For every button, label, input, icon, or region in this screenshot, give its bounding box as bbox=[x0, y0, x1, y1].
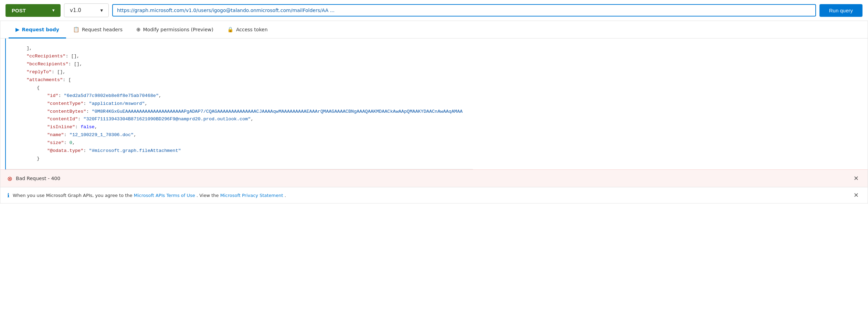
left-border-indicator bbox=[0, 38, 6, 169]
code-line-4: "replyTo": [], bbox=[16, 68, 463, 76]
code-line-7: "id": "6ed2a5d77c9802eb8e8f8e75ab70468e"… bbox=[16, 92, 463, 100]
error-icon: ⊗ bbox=[7, 175, 12, 182]
code-editor[interactable]: ], "ccRecipients": [], "bccRecipients": … bbox=[6, 38, 473, 169]
error-text: Bad Request - 400 bbox=[16, 176, 60, 181]
version-chevron: ▾ bbox=[100, 7, 103, 13]
code-line-6: { bbox=[16, 84, 463, 92]
toolbar: POST ▾ v1.0 ▾ https://graph.microsoft.co… bbox=[0, 0, 868, 21]
info-close-button[interactable]: ✕ bbox=[851, 191, 861, 200]
error-close-button[interactable]: ✕ bbox=[851, 174, 861, 183]
privacy-statement-link[interactable]: Microsoft Privacy Statement bbox=[220, 193, 283, 198]
code-line-5: "attachments": [ bbox=[16, 76, 463, 84]
request-body-icon: ▶ bbox=[15, 26, 20, 33]
method-dropdown[interactable]: POST ▾ bbox=[6, 4, 61, 17]
tab-modify-permissions[interactable]: ⊕ Modify permissions (Preview) bbox=[129, 21, 220, 38]
tab-request-headers[interactable]: 📋 Request headers bbox=[66, 21, 129, 38]
tab-modify-permissions-label: Modify permissions (Preview) bbox=[143, 27, 213, 32]
info-text: When you use Microsoft Graph APIs, you a… bbox=[13, 193, 286, 198]
code-line-8: "contentType": "application/msword", bbox=[16, 100, 463, 108]
url-text: https://graph.microsoft.com/v1.0/users/i… bbox=[117, 8, 335, 13]
modify-permissions-icon: ⊕ bbox=[136, 26, 141, 33]
code-wrapper: ], "ccRecipients": [], "bccRecipients": … bbox=[0, 38, 868, 169]
code-line-15: } bbox=[16, 155, 463, 163]
code-line-1: ], bbox=[16, 45, 463, 53]
info-text-after: . bbox=[285, 193, 286, 198]
tab-request-body[interactable]: ▶ Request body bbox=[9, 21, 66, 38]
info-icon: ℹ bbox=[7, 192, 9, 199]
info-text-middle: . View the bbox=[197, 193, 220, 198]
code-line-13: "size": 0, bbox=[16, 139, 463, 147]
info-bar: ℹ When you use Microsoft Graph APIs, you… bbox=[0, 187, 868, 203]
method-label: POST bbox=[12, 8, 26, 13]
terms-of-use-link[interactable]: Microsoft APIs Terms of Use bbox=[134, 193, 195, 198]
code-line-12: "name": "12_100229_1_70306.doc", bbox=[16, 131, 463, 139]
url-input[interactable]: https://graph.microsoft.com/v1.0/users/i… bbox=[112, 4, 816, 16]
access-token-icon: 🔒 bbox=[227, 26, 234, 33]
code-line-3: "bccRecipients": [], bbox=[16, 60, 463, 68]
version-dropdown[interactable]: v1.0 ▾ bbox=[64, 3, 109, 17]
tab-request-body-label: Request body bbox=[22, 27, 59, 32]
tab-request-headers-label: Request headers bbox=[82, 27, 123, 32]
code-line-10: "contentId": "320F71113943304B871621090B… bbox=[16, 115, 463, 123]
code-line-2: "ccRecipients": [], bbox=[16, 53, 463, 60]
main-panel: ▶ Request body 📋 Request headers ⊕ Modif… bbox=[0, 21, 868, 203]
code-line-14: "@odata.type": "#microsoft.graph.fileAtt… bbox=[16, 147, 463, 155]
method-chevron: ▾ bbox=[52, 8, 54, 13]
tab-access-token-label: Access token bbox=[236, 27, 268, 32]
error-bar: ⊗ Bad Request - 400 ✕ bbox=[0, 169, 868, 187]
version-label: v1.0 bbox=[70, 7, 81, 13]
code-line-9: "contentBytes": "0M8R4KGxGuEAAAAAAAAAAAA… bbox=[16, 108, 463, 116]
tabs-bar: ▶ Request body 📋 Request headers ⊕ Modif… bbox=[0, 21, 868, 38]
request-headers-icon: 📋 bbox=[73, 26, 80, 33]
code-line-11: "isInline": false, bbox=[16, 123, 463, 131]
info-text-before: When you use Microsoft Graph APIs, you a… bbox=[13, 193, 134, 198]
tab-access-token[interactable]: 🔒 Access token bbox=[220, 21, 275, 38]
run-query-button[interactable]: Run query bbox=[819, 4, 862, 17]
